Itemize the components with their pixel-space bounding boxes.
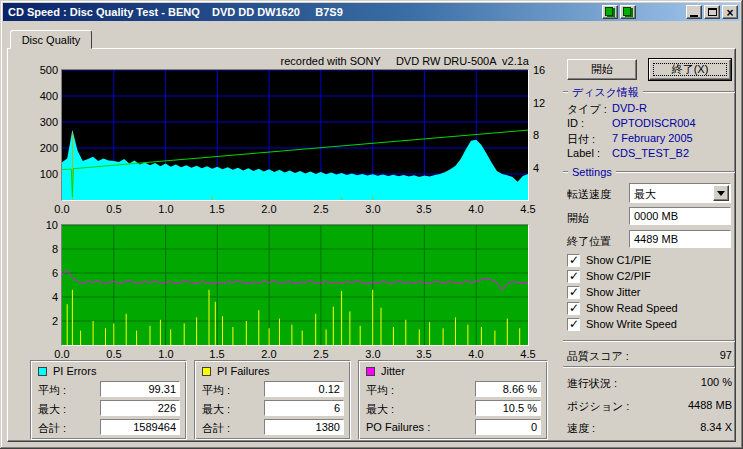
pi-errors-swatch-icon [38, 367, 47, 376]
x-axis-tick: 0.5 [99, 348, 129, 360]
header-line [643, 91, 735, 93]
checkbox-label: Show Read Speed [586, 302, 678, 314]
copy-icon [605, 7, 613, 16]
pi-failures-swatch-icon [202, 367, 211, 376]
quality-score-label: 品質スコア : [567, 349, 629, 364]
x-axis-tick: 0.5 [99, 203, 129, 215]
legend-row-label: 最大 : [202, 402, 230, 417]
x-axis-tick: 1.5 [202, 203, 232, 215]
x-axis-tick: 4.5 [513, 203, 543, 215]
checkbox-box[interactable] [567, 318, 580, 331]
x-axis-tick: 2.5 [306, 348, 336, 360]
legend-row-label: 平均 : [202, 383, 230, 398]
checkbox-box[interactable] [567, 254, 580, 267]
x-axis-tick: 1.0 [151, 348, 181, 360]
header-line [616, 171, 735, 173]
recorded-with-text: recorded with SONY DVD RW DRU-500A v2.1a [198, 55, 529, 67]
end-position-field[interactable]: 4489 MB [629, 230, 731, 248]
y-axis-tick: 300 [28, 116, 58, 128]
maximize-icon [708, 8, 717, 16]
disc-info-header: ディスク情報 [563, 86, 735, 98]
titlebar-buttons [602, 5, 740, 19]
disc-date-label: 日付 : [567, 132, 595, 147]
y-axis-tick: 100 [28, 168, 58, 180]
x-axis-tick: 3.5 [409, 203, 439, 215]
app-window: CD Speed : Disc Quality Test - BENQ DVD … [0, 0, 743, 449]
y-axis-tick: 400 [28, 90, 58, 102]
disc-label-value: CDS_TEST_B2 [612, 147, 689, 159]
disc-id-label: ID : [567, 117, 584, 129]
settings-header-label: Settings [572, 166, 612, 178]
y-axis-tick-right: 16 [533, 64, 559, 76]
maximize-button[interactable] [704, 5, 720, 19]
minimize-button[interactable] [686, 5, 702, 19]
disc-label-label: Label : [567, 147, 600, 159]
checkbox-show-jitter[interactable]: Show Jitter [567, 285, 640, 299]
tab-disc-quality[interactable]: Disc Quality [10, 30, 92, 49]
copy-graph-button[interactable] [602, 5, 618, 19]
start-position-field[interactable]: 0000 MB [629, 207, 731, 225]
tab-label: Disc Quality [22, 34, 81, 46]
start-button-label: 開始 [591, 62, 613, 77]
y-axis-tick: 10 [28, 219, 58, 231]
disc-id-value: OPTODISCR004 [612, 117, 696, 129]
speed-value: 8.34 X [630, 421, 732, 433]
x-axis-tick: 0.0 [47, 348, 77, 360]
speed-select[interactable]: 最大 [629, 183, 731, 203]
pi-errors-speed-chart [61, 69, 529, 201]
legend-row-label: 最大 : [38, 402, 66, 417]
legend-row-value: 99.31 [100, 381, 180, 397]
y-axis-tick: 4 [28, 291, 58, 303]
save-graph-button[interactable] [620, 5, 636, 19]
separator [563, 366, 735, 368]
checkbox-show-c1-pie[interactable]: Show C1/PIE [567, 253, 651, 267]
jitter-pif-chart [61, 224, 529, 346]
x-axis-tick: 0.0 [47, 203, 77, 215]
legend-title: PI Failures [217, 365, 270, 377]
y-axis-tick: 2 [28, 315, 58, 327]
legend-title: PI Errors [53, 365, 96, 377]
checkbox-box[interactable] [567, 270, 580, 283]
quality-score-value: 97 [640, 349, 732, 361]
y-axis-tick: 6 [28, 267, 58, 279]
header-line [563, 171, 568, 173]
close-icon [726, 5, 733, 20]
checkbox-show-read-speed[interactable]: Show Read Speed [567, 301, 678, 315]
minimize-icon [690, 15, 698, 17]
y-axis-tick-right: 8 [533, 129, 559, 141]
end-position-label: 終了位置 [567, 234, 611, 249]
checkbox-box[interactable] [567, 286, 580, 299]
speed-label: 速度 : [567, 421, 595, 436]
disc-info-header-label: ディスク情報 [572, 85, 639, 100]
titlebar-spacer [638, 12, 684, 13]
speed-select-value: 最大 [634, 187, 656, 202]
x-axis-tick: 4.0 [461, 348, 491, 360]
title-bar[interactable]: CD Speed : Disc Quality Test - BENQ DVD … [3, 3, 740, 21]
legend-row-value: 8.66 % [475, 381, 541, 397]
checkbox-label: Show C2/PIF [586, 270, 651, 282]
checkbox-label: Show C1/PIE [586, 254, 651, 266]
legend-row-label: 合計 : [38, 421, 66, 436]
legend-row-label: PO Failures : [366, 421, 430, 433]
legend-row-value: 0.12 [264, 381, 344, 397]
progress-value: 100 % [630, 376, 732, 388]
chevron-down-icon[interactable] [713, 185, 729, 201]
checkbox-box[interactable] [567, 302, 580, 315]
y-axis-tick: 200 [28, 142, 58, 154]
x-axis-tick: 3.5 [409, 348, 439, 360]
x-axis-tick: 1.0 [151, 203, 181, 215]
legend-row-value: 0 [475, 419, 541, 435]
legend-row-label: 最大 : [366, 402, 394, 417]
close-button[interactable] [722, 5, 738, 19]
checkbox-label: Show Jitter [586, 286, 640, 298]
exit-button[interactable]: 終了(X) [649, 59, 731, 80]
x-axis-tick: 4.5 [513, 348, 543, 360]
header-line [563, 91, 568, 93]
position-label: ポジション : [567, 399, 629, 414]
checkbox-show-c2-pif[interactable]: Show C2/PIF [567, 269, 651, 283]
legend-title: Jitter [381, 365, 405, 377]
x-axis-tick: 3.0 [358, 203, 388, 215]
start-button[interactable]: 開始 [567, 59, 637, 80]
checkbox-show-write-speed[interactable]: Show Write Speed [567, 317, 677, 331]
legend-row-value: 10.5 % [475, 400, 541, 416]
